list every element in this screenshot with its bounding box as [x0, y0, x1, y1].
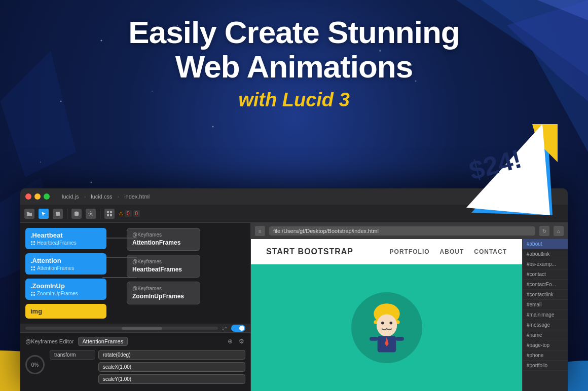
svg-rect-50	[395, 337, 404, 340]
website-preview: START BOOTSTRAP PORTFOLIO ABOUT CONTACT	[251, 239, 522, 391]
tab-bar: lucid.js › lucid.css › index.html	[59, 192, 153, 201]
img-node[interactable]: img	[25, 304, 106, 319]
left-panel: .Heartbeat HeartbeatFrames .Attention At…	[20, 223, 251, 391]
keyframe-editor-header: @Keyframes Editor AttentionFrames ⊕ ⚙	[25, 337, 245, 346]
nav-about[interactable]: ABOUT	[440, 248, 464, 255]
svg-rect-23	[56, 212, 60, 216]
traffic-lights	[25, 193, 50, 200]
svg-point-25	[90, 213, 92, 215]
svg-rect-49	[370, 337, 378, 340]
nodes-scroll: ⇌	[20, 324, 250, 332]
element-pagetop[interactable]: #page-top	[523, 340, 568, 350]
browser-menu-icon[interactable]: ≡	[255, 226, 265, 236]
warning-badge: ⚠ 0 0	[119, 210, 140, 217]
main-title: Easily Create Stunning Web Animations	[0, 15, 588, 84]
browser-refresh-icon[interactable]: ↻	[539, 226, 549, 236]
database-icon[interactable]	[71, 209, 82, 219]
svg-rect-36	[31, 269, 32, 270]
svg-rect-26	[107, 211, 109, 213]
folder-icon[interactable]	[24, 209, 34, 219]
svg-rect-27	[110, 211, 112, 213]
cursor-icon[interactable]	[39, 209, 49, 219]
toggle-switch[interactable]	[231, 325, 245, 332]
bs-hero	[251, 264, 522, 391]
scroll-track[interactable]	[25, 327, 218, 330]
element-contactlink[interactable]: #contactlink	[523, 290, 568, 300]
svg-rect-37	[33, 269, 35, 270]
kf-row-3: scaleY(1.00)	[50, 374, 245, 384]
minimize-button[interactable]	[34, 193, 41, 200]
svg-rect-32	[31, 244, 32, 245]
element-bsexamp[interactable]: #bs-examp...	[523, 259, 568, 269]
svg-rect-31	[33, 241, 35, 243]
scroll-thumb[interactable]	[122, 327, 162, 330]
kf-row-1: transform rotate(0deg)	[50, 350, 245, 360]
worker-figure	[351, 292, 422, 363]
shuffle-icon[interactable]: ⇌	[222, 325, 227, 332]
zoominup-node[interactable]: .ZoomInUp ZoomInUpFrames	[25, 279, 106, 300]
heartbeat-node[interactable]: .Heartbeat HeartbeatFrames	[25, 228, 106, 249]
element-list: #about #aboutlink #bs-examp... #contact …	[522, 239, 568, 391]
svg-rect-28	[107, 214, 109, 216]
grid-icon[interactable]	[104, 209, 115, 219]
browser-url[interactable]: file:/Users/gt/Desktop/Bootstrap/index.h…	[269, 226, 535, 236]
element-name[interactable]: #name	[523, 330, 568, 340]
svg-rect-34	[31, 266, 32, 268]
bs-nav: PORTFOLIO ABOUT CONTACT	[390, 248, 507, 255]
svg-rect-30	[31, 241, 32, 243]
svg-rect-40	[31, 294, 32, 296]
keyframe-heartbeat-node[interactable]: @Keyframes HeartbeatFrames	[127, 255, 200, 278]
attention-node[interactable]: .Attention AttentionFrames	[25, 253, 106, 275]
element-contact[interactable]: #contact	[523, 269, 568, 280]
tab-lucidcss[interactable]: lucid.css	[88, 192, 115, 201]
nodes-area: .Heartbeat HeartbeatFrames .Attention At…	[20, 223, 250, 324]
keyframe-zoominup-node[interactable]: @Keyframes ZoomInUpFrames	[127, 282, 200, 304]
browser-bar: ≡ file:/Users/gt/Desktop/Bootstrap/index…	[251, 223, 568, 239]
worker-svg	[359, 300, 415, 356]
element-mainimage[interactable]: #mainimage	[523, 310, 568, 320]
nodes-right: @Keyframes AttentionFrames @Keyframes He…	[127, 228, 200, 319]
maximize-button[interactable]	[44, 193, 50, 200]
bs-navbar: START BOOTSTRAP PORTFOLIO ABOUT CONTACT	[251, 239, 522, 264]
svg-rect-39	[33, 292, 35, 293]
svg-rect-33	[33, 244, 35, 245]
element-portfolio[interactable]: #portfolio	[523, 361, 568, 371]
element-email[interactable]: #email	[523, 300, 568, 310]
ke-settings-icon[interactable]: ⊕	[226, 337, 234, 345]
nav-contact[interactable]: CONTACT	[474, 248, 507, 255]
element-contactfo[interactable]: #contactFo...	[523, 280, 568, 290]
header-section: Easily Create Stunning Web Animations wi…	[0, 15, 588, 111]
bottom-panel: @Keyframes Editor AttentionFrames ⊕ ⚙ 0%	[20, 332, 250, 391]
svg-point-14	[40, 162, 41, 163]
keyframe-properties: transform rotate(0deg) scaleX(1.00) scal…	[50, 350, 245, 386]
svg-rect-38	[31, 292, 32, 293]
subtitle: with Lucid 3	[0, 89, 588, 111]
tab-lucidjs[interactable]: lucid.js	[59, 192, 82, 201]
browser-home-icon[interactable]: ⌂	[554, 226, 564, 236]
element-aboutlink[interactable]: #aboutlink	[523, 249, 568, 259]
svg-point-45	[381, 322, 384, 325]
kf-row-2: scaleX(1.00)	[50, 362, 245, 372]
browser-content: START BOOTSTRAP PORTFOLIO ABOUT CONTACT	[251, 239, 568, 391]
keyframe-attention-node[interactable]: @Keyframes AttentionFrames	[127, 228, 200, 251]
nav-portfolio[interactable]: PORTFOLIO	[390, 248, 430, 255]
tab-indexhtml[interactable]: index.html	[121, 192, 153, 201]
element-message[interactable]: #message	[523, 320, 568, 330]
close-button[interactable]	[25, 193, 31, 200]
svg-point-15	[91, 182, 92, 183]
right-panel: ≡ file:/Users/gt/Desktop/Bootstrap/index…	[251, 223, 568, 391]
price-badge[interactable]: $24!	[456, 122, 558, 223]
nodes-left: .Heartbeat HeartbeatFrames .Attention At…	[25, 228, 106, 319]
ke-gear-icon[interactable]: ⚙	[237, 337, 245, 345]
bs-brand: START BOOTSTRAP	[266, 247, 353, 256]
settings-icon[interactable]	[86, 209, 96, 219]
element-phone[interactable]: #phone	[523, 350, 568, 361]
ke-icons: ⊕ ⚙	[226, 337, 245, 345]
svg-rect-35	[33, 266, 35, 268]
toolbar-divider-2	[100, 209, 100, 219]
progress-area: 0% transform rotate(0deg) scaleX(1.00)	[25, 350, 245, 386]
element-about[interactable]: #about	[523, 239, 568, 249]
editor-main: .Heartbeat HeartbeatFrames .Attention At…	[20, 223, 568, 391]
progress-circle: 0%	[25, 355, 45, 374]
save-icon[interactable]	[53, 209, 63, 219]
